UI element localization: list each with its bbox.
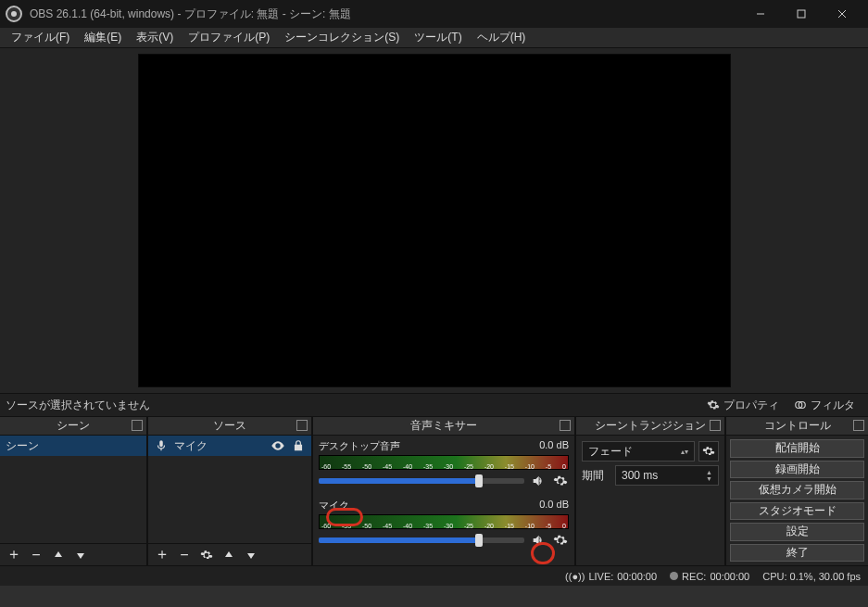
- scenes-list: シーン: [0, 436, 146, 543]
- dock-controls: コントロール 配信開始録画開始仮想カメラ開始スタジオモード設定終了: [726, 417, 868, 565]
- sources-list: マイク: [148, 436, 311, 543]
- preview-canvas[interactable]: [138, 54, 731, 387]
- popout-icon[interactable]: [560, 420, 571, 431]
- remove-source-button[interactable]: −: [174, 545, 195, 565]
- channel-db: 0.0 dB: [539, 499, 569, 512]
- spinner-arrows-icon[interactable]: ▲▼: [706, 469, 712, 482]
- dock-transitions-title: シーントランジション: [595, 418, 706, 434]
- gear-icon: [707, 398, 720, 411]
- transition-settings-button[interactable]: [698, 441, 719, 462]
- popout-icon[interactable]: [296, 420, 308, 431]
- dock-scenes: シーン シーン ＋ −: [0, 417, 146, 565]
- add-source-button[interactable]: ＋: [152, 545, 172, 565]
- sources-toolbar: ＋ −: [148, 543, 311, 565]
- filters-label: フィルタ: [811, 398, 855, 413]
- dock-mixer: 音声ミキサー デスクトップ音声0.0 dB-60-55-50-45-40-35-…: [313, 417, 574, 565]
- properties-label: プロパティ: [723, 398, 779, 413]
- dock-sources-header: ソース: [148, 417, 311, 436]
- move-source-down-button[interactable]: [241, 545, 261, 565]
- control-button[interactable]: スタジオモード: [730, 502, 864, 521]
- mixer-channel: デスクトップ音声0.0 dB-60-55-50-45-40-35-30-25-2…: [313, 436, 574, 495]
- control-button[interactable]: 終了: [730, 544, 864, 563]
- control-button[interactable]: 仮想カメラ開始: [730, 481, 864, 500]
- status-bar: ((●)) LIVE: 00:00:00 REC: 00:00:00 CPU: …: [0, 565, 868, 586]
- volume-slider[interactable]: [319, 537, 524, 543]
- channel-settings-button[interactable]: [552, 473, 569, 489]
- mixer-channel: マイク0.0 dB-60-55-50-45-40-35-30-25-20-15-…: [313, 495, 574, 554]
- popout-icon[interactable]: [710, 420, 721, 431]
- filter-icon: [794, 398, 807, 411]
- svg-rect-1: [798, 10, 805, 18]
- control-button[interactable]: 設定: [730, 523, 864, 541]
- title-bar: OBS 26.1.1 (64-bit, windows) - プロファイル: 無…: [0, 0, 868, 28]
- volume-slider[interactable]: [319, 478, 524, 484]
- menu-item[interactable]: プロファイル(P): [181, 28, 277, 47]
- broadcast-icon: ((●)): [565, 571, 585, 582]
- source-label: マイク: [174, 438, 265, 454]
- no-source-message: ソースが選択されていません: [6, 398, 699, 413]
- dock-sources-title: ソース: [213, 418, 246, 434]
- move-scene-up-button[interactable]: [48, 545, 69, 565]
- speaker-icon[interactable]: [530, 473, 547, 489]
- duration-input[interactable]: 300 ms ▲▼: [615, 465, 719, 486]
- source-item[interactable]: マイク: [148, 436, 311, 456]
- channel-settings-button[interactable]: [552, 532, 569, 549]
- dock-scenes-header: シーン: [0, 417, 146, 436]
- menu-item[interactable]: ヘルプ(H): [470, 28, 534, 47]
- speaker-icon[interactable]: [530, 532, 547, 549]
- menu-item[interactable]: ファイル(F): [4, 28, 77, 47]
- app-logo-icon: [6, 6, 22, 22]
- duration-label: 期間: [582, 468, 611, 484]
- dock-mixer-header: 音声ミキサー: [313, 417, 574, 436]
- live-status: ((●)) LIVE: 00:00:00: [565, 571, 657, 582]
- mic-icon: [154, 438, 169, 453]
- add-scene-button[interactable]: ＋: [4, 545, 24, 565]
- scenes-toolbar: ＋ −: [0, 543, 146, 565]
- control-button[interactable]: 録画開始: [730, 461, 864, 479]
- menu-item[interactable]: 編集(E): [77, 28, 129, 47]
- preview-area: [0, 48, 868, 393]
- menu-item[interactable]: シーンコレクション(S): [277, 28, 407, 47]
- channel-name: マイク: [319, 499, 349, 512]
- maximize-button[interactable]: [781, 1, 822, 27]
- info-bar: ソースが選択されていません プロパティ フィルタ: [0, 393, 868, 417]
- popout-icon[interactable]: [132, 420, 143, 431]
- popout-icon[interactable]: [853, 420, 864, 431]
- chevron-updown-icon: ▴▾: [681, 448, 688, 456]
- menu-item[interactable]: 表示(V): [129, 28, 181, 47]
- record-dot-icon: [670, 572, 678, 580]
- scene-item[interactable]: シーン: [0, 436, 146, 456]
- menu-bar: ファイル(F)編集(E)表示(V)プロファイル(P)シーンコレクション(S)ツー…: [0, 28, 868, 48]
- visibility-icon[interactable]: [270, 438, 285, 453]
- rec-status: REC: 00:00:00: [670, 571, 749, 582]
- dock-scenes-title: シーン: [57, 418, 90, 434]
- dock-controls-title: コントロール: [764, 418, 831, 434]
- properties-button[interactable]: プロパティ: [699, 395, 786, 416]
- channel-name: デスクトップ音声: [319, 439, 400, 453]
- docks: シーン シーン ＋ − ソース マイク: [0, 417, 868, 565]
- level-meter: -60-55-50-45-40-35-30-25-20-15-10-50: [319, 455, 569, 470]
- window-title: OBS 26.1.1 (64-bit, windows) - プロファイル: 無…: [30, 6, 740, 22]
- control-button[interactable]: 配信開始: [730, 439, 864, 458]
- dock-mixer-title: 音声ミキサー: [410, 418, 477, 434]
- dock-transitions: シーントランジション フェード ▴▾ 期間 300 ms ▲▼: [576, 417, 724, 565]
- menu-item[interactable]: ツール(T): [407, 28, 469, 47]
- source-settings-button[interactable]: [196, 545, 217, 565]
- dock-sources: ソース マイク ＋ −: [148, 417, 311, 565]
- channel-db: 0.0 dB: [539, 439, 569, 453]
- minimize-button[interactable]: [740, 1, 781, 27]
- remove-scene-button[interactable]: −: [26, 545, 46, 565]
- move-scene-down-button[interactable]: [70, 545, 91, 565]
- dock-transitions-header: シーントランジション: [576, 417, 724, 436]
- close-button[interactable]: [822, 1, 862, 27]
- lock-icon[interactable]: [291, 438, 306, 453]
- transition-select[interactable]: フェード ▴▾: [582, 441, 695, 462]
- move-source-up-button[interactable]: [219, 545, 239, 565]
- level-meter: -60-55-50-45-40-35-30-25-20-15-10-50: [319, 514, 569, 529]
- dock-controls-header: コントロール: [726, 417, 868, 436]
- filters-button[interactable]: フィルタ: [786, 395, 862, 416]
- cpu-status: CPU: 0.1%, 30.00 fps: [762, 571, 861, 582]
